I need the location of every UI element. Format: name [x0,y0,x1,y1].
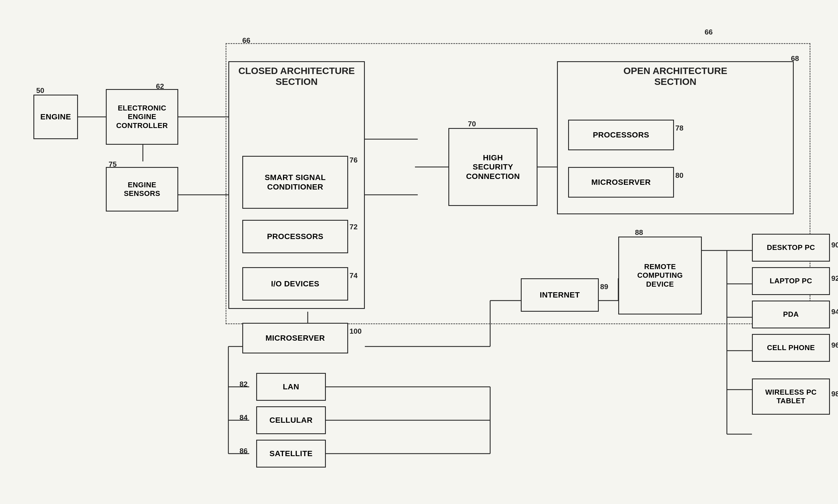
smart-signal-box: SMART SIGNALCONDITIONER [242,156,348,209]
io-devices-box: I/O DEVICES [242,267,348,301]
lan-ref: 82 [240,380,248,389]
open-architecture-title: OPEN ARCHITECTURESECTION [562,66,788,87]
eec-ref: 62 [156,82,164,91]
label-68: 68 [791,54,799,63]
cell-phone-ref: 96 [831,341,838,349]
desktop-pc-box: DESKTOP PC [752,234,830,262]
outer-label-66-left: 66 [242,36,250,45]
wireless-tablet-box: WIRELESS PCTABLET [752,378,830,415]
outer-label-66-right: 66 [704,28,713,36]
cellular-ref: 84 [240,413,248,422]
laptop-pc-ref: 92 [831,274,838,283]
microserver-closed-ref: 100 [350,327,362,336]
remote-computing-ref: 88 [635,228,643,237]
desktop-pc-ref: 90 [831,241,838,249]
processors-open-ref: 78 [675,124,683,132]
high-security-box: HIGHSECURITYCONNECTION [448,128,538,206]
satellite-box: SATELLITE [256,440,326,468]
microserver-open-box: MICROSERVER [568,167,674,198]
internet-box: INTERNET [521,278,599,312]
high-security-ref: 70 [468,120,476,128]
pda-ref: 94 [831,307,838,316]
processors-closed-ref: 72 [350,223,357,231]
cell-phone-box: CELL PHONE [752,334,830,362]
microserver-closed-box: MICROSERVER [242,323,348,354]
engine-ref: 50 [36,86,44,95]
lan-box: LAN [256,373,326,401]
diagram-container: 66 66 CLOSED ARCHITECTURESECTION OPEN AR… [0,0,838,504]
remote-computing-box: REMOTECOMPUTINGDEVICE [618,237,702,314]
io-devices-ref: 74 [350,271,357,280]
wireless-tablet-ref: 98 [831,390,838,398]
closed-architecture-title: CLOSED ARCHITECTURESECTION [232,66,361,87]
engine-sensors-box: ENGINESENSORS [106,167,178,212]
microserver-open-ref: 80 [675,171,683,180]
pda-box: PDA [752,301,830,328]
processors-open-box: PROCESSORS [568,120,674,150]
engine-box: ENGINE [33,95,78,139]
eec-box: ELECTRONICENGINECONTROLLER [106,89,178,145]
smart-signal-ref: 76 [350,156,357,164]
internet-ref: 89 [600,283,608,291]
engine-sensors-ref: 75 [109,160,117,169]
processors-closed-box: PROCESSORS [242,220,348,253]
laptop-pc-box: LAPTOP PC [752,267,830,295]
cellular-box: CELLULAR [256,406,326,434]
satellite-ref: 86 [240,447,248,455]
